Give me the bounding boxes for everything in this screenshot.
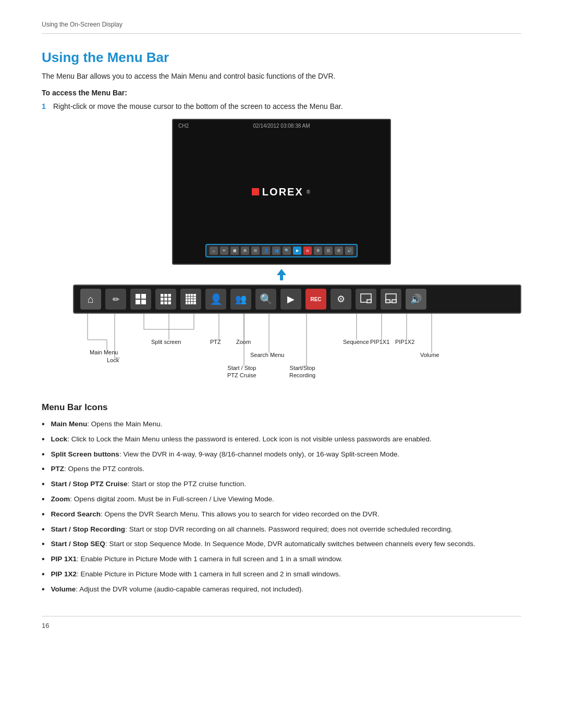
label-start-stop-ptz: Start / StopPTZ Cruise [227,364,256,379]
list-item-bold: Start / Stop SEQ [51,540,105,548]
dvr-arrow [274,267,289,282]
svg-rect-35 [392,300,396,303]
list-item-bold: PTZ [51,465,65,473]
dvr-screen: CH2 02/14/2012 03:08:38 AM LOREX ® ⌂ ✏ ▦… [172,119,391,265]
mini-icon-rec: R [303,246,312,255]
mb-icon-split4 [130,289,151,310]
mb-icon-split16 [180,289,201,310]
label-diagram-area: Main Menu Lock Split screen PTZ Zoom Sea… [73,314,459,387]
list-item-bold: Split Screen buttons [51,450,119,458]
breadcrumb: Using the On-Screen Display [42,21,521,34]
mb-icon-split9 [155,289,176,310]
list-item-text: Start / Stop SEQ: Start or stop Sequence… [51,539,475,550]
svg-rect-1 [280,275,283,280]
svg-rect-34 [386,300,390,303]
list-item-pip1x2: PIP 1X2: Enable Picture in Picture Mode … [42,569,521,580]
lorex-logo: LOREX ® [252,186,311,198]
list-item-split-screen: Split Screen buttons: View the DVR in 4-… [42,449,521,460]
svg-rect-24 [188,299,190,301]
list-item-text: PTZ: Opens the PTZ controls. [51,464,144,475]
svg-rect-13 [164,302,167,305]
mb-icon-pip1x2 [381,289,401,310]
svg-marker-0 [277,269,286,275]
svg-rect-32 [367,300,371,303]
list-item-start-stop-rec: Start / Stop Recording: Start or stop DV… [42,524,521,535]
mini-icon-pencil: ✏ [220,246,228,255]
list-item-text: Zoom: Opens digital zoom. Must be in Ful… [51,494,274,505]
svg-rect-3 [141,294,146,299]
svg-rect-12 [161,302,164,305]
list-item-volume: Volume: Adjust the DVR volume (audio-cap… [42,584,521,595]
list-item-text: PIP 1X2: Enable Picture in Picture Mode … [51,569,341,580]
list-item-text: Start / Stop Recording: Start or stop DV… [51,524,453,535]
svg-rect-10 [164,298,167,301]
svg-rect-19 [186,297,188,299]
svg-rect-7 [164,294,167,297]
icons-section-title: Menu Bar Icons [42,402,521,413]
label-lines-svg [73,314,459,387]
svg-rect-8 [168,294,172,297]
mini-icon-person2: 👥 [272,246,280,255]
label-sequence: Sequence [343,339,369,345]
label-volume: Volume [420,352,439,358]
mb-icon-zoom: 🔍 [255,289,276,310]
svg-rect-30 [193,302,196,304]
mini-icon-person: 👤 [262,246,270,255]
list-item-main-menu: Main Menu: Opens the Main Menu. [42,419,521,430]
mb-icon-person-group: 👥 [230,289,251,310]
list-item-text: Main Menu: Opens the Main Menu. [51,419,163,430]
svg-rect-11 [168,298,172,301]
list-item-bold: Volume [51,585,76,593]
list-item-text: Lock: Click to Lock the Main Menu unless… [51,434,432,445]
mini-icon-search: 🔍 [283,246,291,255]
section-title: Using the Menu Bar [42,50,521,66]
svg-rect-28 [188,302,190,304]
mini-icon-pip1: ⊡ [324,246,333,255]
lorex-red-square [252,188,259,195]
list-item-ptz-cruise: Start / Stop PTZ Cruise: Start or stop t… [42,479,521,490]
label-ptz: PTZ [210,339,221,345]
svg-rect-17 [191,294,193,296]
list-item-lock: Lock: Click to Lock the Main Menu unless… [42,434,521,445]
icons-section: Menu Bar Icons Main Menu: Opens the Main… [42,402,521,595]
mb-icon-home: ⌂ [80,289,101,310]
mini-icon-split3: ⊟ [251,246,260,255]
label-split-screen: Split screen [151,339,181,345]
svg-rect-2 [136,294,140,299]
svg-rect-14 [168,302,172,305]
svg-rect-4 [136,300,140,304]
list-item-text: PIP 1X1: Enable Picture in Picture Mode … [51,554,343,565]
lorex-brand-text: LOREX [262,186,303,198]
mini-icon-gear: ⚙ [314,246,322,255]
list-item-text: Split Screen buttons: View the DVR in 4-… [51,449,400,460]
mini-icon-play: ▶ [293,246,301,255]
label-lock: Lock [107,357,119,363]
svg-rect-27 [186,302,188,304]
label-start-stop-rec: Start/StopRecording [289,364,315,379]
svg-rect-21 [191,297,193,299]
list-item-seq: Start / Stop SEQ: Start or stop Sequence… [42,539,521,550]
bullet-list: Main Menu: Opens the Main Menu. Lock: Cl… [42,419,521,595]
dvr-channel-label: CH2 [178,123,189,129]
list-item-ptz: PTZ: Opens the PTZ controls. [42,464,521,475]
svg-rect-26 [193,299,196,301]
mb-icon-gear: ⚙ [331,289,351,310]
mini-icon-home: ⌂ [210,246,218,255]
main-menubar: ⌂ ✏ [73,285,521,314]
list-item-bold: Record Search [51,510,101,518]
menubar-diagram: ⌂ ✏ [73,285,521,387]
list-item-text: Volume: Adjust the DVR volume (audio-cap… [51,584,304,595]
list-item-bold: PIP 1X1 [51,555,77,563]
mb-icon-pip1x1 [356,289,376,310]
svg-rect-20 [188,297,190,299]
svg-rect-25 [191,299,193,301]
step-1: 1 Right-click or move the mouse cursor t… [42,102,521,110]
mini-icon-split2: ⊞ [241,246,249,255]
list-item-text: Record Search: Opens the DVR Search Menu… [51,509,380,520]
mb-icon-person: 👤 [205,289,226,310]
dvr-screenshot-container: CH2 02/14/2012 03:08:38 AM LOREX ® ⌂ ✏ ▦… [42,119,521,285]
mb-icon-pencil: ✏ [105,289,126,310]
page-number: 16 [42,622,49,630]
step-text-1: Right-click or move the mouse cursor to … [53,102,521,110]
list-item-zoom: Zoom: Opens digital zoom. Must be in Ful… [42,494,521,505]
